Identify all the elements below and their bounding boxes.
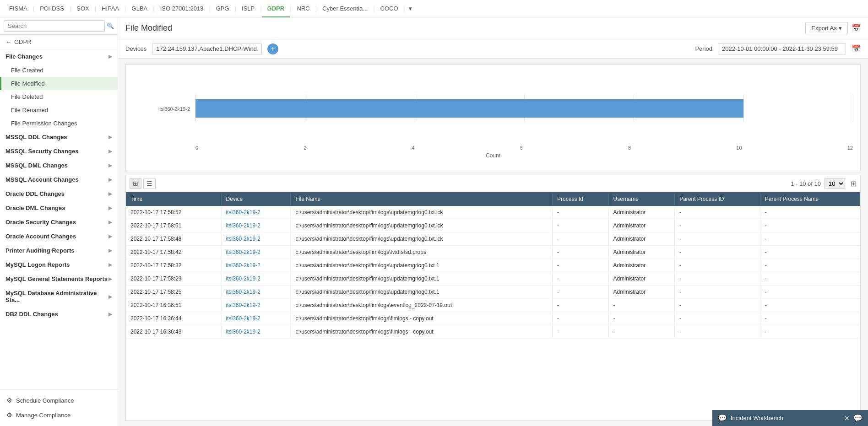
incident-chat-icon: 💬 (718, 414, 727, 422)
content-header: File Modified Export As ▾ 📅 (118, 17, 868, 39)
cell-device[interactable]: itsl360-2k19-2 (221, 232, 291, 246)
section-label: Printer Auditing Reports (5, 247, 74, 254)
sidebar-section-mysql-general[interactable]: MySQL General Statements Reports ▶ (0, 272, 118, 286)
calendar-icon[interactable]: 📅 (852, 24, 861, 32)
chevron-right-icon: ▶ (108, 294, 112, 299)
sidebar-item-file-permission[interactable]: File Permission Changes (0, 117, 118, 130)
table-row: 2022-10-17 17:58:25 itsl360-2k19-2 c:\us… (126, 286, 860, 299)
cell-parentprocessid: - (675, 272, 760, 286)
nav-tab-cyber[interactable]: Cyber Essentia... (317, 0, 373, 17)
sidebar-section-mysql-logon[interactable]: MySQL Logon Reports ▶ (0, 258, 118, 272)
nav-tab-islp[interactable]: ISLP (236, 0, 260, 17)
period-calendar-icon[interactable]: 📅 (852, 44, 861, 53)
gear-icon: ⚙ (6, 397, 12, 404)
table-scroll-wrap[interactable]: Time Device File Name Process Id Usernam… (126, 192, 860, 420)
section-label: Oracle DDL Changes (5, 190, 65, 197)
nav-tab-gdpr[interactable]: GDPR (262, 0, 290, 17)
nav-tab-glba[interactable]: GLBA (126, 0, 153, 17)
cell-parentprocessname: - (760, 206, 860, 219)
sidebar-item-file-deleted[interactable]: File Deleted (0, 90, 118, 103)
chevron-right-icon: ▶ (108, 262, 112, 267)
table-row: 2022-10-17 17:58:42 itsl360-2k19-2 c:\us… (126, 246, 860, 259)
cell-device[interactable]: itsl360-2k19-2 (221, 259, 291, 272)
incident-close-icon[interactable]: ✕ (844, 415, 850, 422)
cell-processid: - (553, 286, 609, 299)
nav-tab-iso[interactable]: ISO 27001:2013 (155, 0, 209, 17)
sidebar-item-file-modified[interactable]: File Modified (0, 77, 118, 90)
x-tick-0: 0 (195, 145, 198, 151)
cell-username: Administrator (608, 246, 675, 259)
sidebar-footer: ⚙ Schedule Compliance ⚙ Manage Complianc… (0, 389, 118, 426)
sidebar-section-mssql-account[interactable]: MSSQL Account Changes ▶ (0, 173, 118, 187)
sidebar-section-mssql-ddl[interactable]: MSSQL DDL Changes ▶ (0, 130, 118, 144)
devices-input[interactable] (152, 43, 262, 54)
grid-view-button[interactable]: ⊞ (130, 178, 141, 189)
nav-tab-sox[interactable]: SOX (71, 0, 94, 17)
sidebar-section-mysql-db[interactable]: MySQL Database Administrative Sta... ▶ (0, 286, 118, 307)
sidebar-section-file-changes[interactable]: File Changes ▶ (0, 49, 118, 64)
x-axis-label: Count (486, 152, 500, 159)
cell-device[interactable]: itsl360-2k19-2 (221, 206, 291, 219)
nav-tab-pcidss[interactable]: PCI-DSS (34, 0, 70, 17)
cell-parentprocessid: - (675, 286, 760, 299)
list-view-button[interactable]: ☰ (143, 178, 156, 189)
nav-tab-nrc[interactable]: NRC (292, 0, 315, 17)
section-label: Oracle Security Changes (5, 219, 76, 226)
cell-device[interactable]: itsl360-2k19-2 (221, 286, 291, 299)
period-input[interactable] (718, 43, 846, 54)
schedule-compliance-item[interactable]: ⚙ Schedule Compliance (0, 393, 118, 408)
sidebar-section-mssql-security[interactable]: MSSQL Security Changes ▶ (0, 144, 118, 158)
top-nav: FISMA | PCI-DSS | SOX | HIPAA | GLBA | I… (0, 0, 868, 17)
cell-parentprocessid: - (675, 312, 760, 325)
nav-tab-gpg[interactable]: GPG (211, 0, 235, 17)
chart-area: itsl360-2k19-2 (125, 64, 861, 171)
sidebar-section-oracle-dml[interactable]: Oracle DML Changes ▶ (0, 201, 118, 215)
cell-processid: - (553, 325, 609, 339)
nav-more-icon[interactable]: ▾ (405, 0, 416, 17)
cell-device[interactable]: itsl360-2k19-2 (221, 299, 291, 312)
cell-time: 2022-10-17 16:36:43 (126, 325, 221, 339)
chevron-right-icon: ▶ (108, 220, 112, 225)
sidebar-section-oracle-security[interactable]: Oracle Security Changes ▶ (0, 215, 118, 229)
sidebar-section-mssql-dml[interactable]: MSSQL DML Changes ▶ (0, 158, 118, 173)
search-input[interactable] (4, 20, 105, 32)
cell-processid: - (553, 246, 609, 259)
cell-processid: - (553, 312, 609, 325)
sidebar-section-printer[interactable]: Printer Auditing Reports ▶ (0, 243, 118, 258)
cell-device[interactable]: itsl360-2k19-2 (221, 325, 291, 339)
nav-tab-fisma[interactable]: FISMA (4, 0, 33, 17)
nav-tab-coco[interactable]: COCO (375, 0, 404, 17)
sidebar-section-oracle-ddl[interactable]: Oracle DDL Changes ▶ (0, 187, 118, 201)
incident-workbench-bar: 💬 Incident Workbench ✕ 💬 (712, 410, 868, 426)
cell-filename: c:\users\administrator\desktop\fim\logs\… (291, 219, 553, 232)
sidebar-section-db2[interactable]: DB2 DDL Changes ▶ (0, 307, 118, 321)
cell-device[interactable]: itsl360-2k19-2 (221, 246, 291, 259)
table-row: 2022-10-17 16:36:51 itsl360-2k19-2 c:\us… (126, 299, 860, 312)
cell-parentprocessid: - (675, 259, 760, 272)
chevron-right-icon: ▶ (108, 135, 112, 140)
col-time: Time (126, 192, 221, 206)
sidebar-item-file-renamed[interactable]: File Renamed (0, 103, 118, 117)
cell-device[interactable]: itsl360-2k19-2 (221, 272, 291, 286)
cell-time: 2022-10-17 17:58:52 (126, 206, 221, 219)
manage-compliance-item[interactable]: ⚙ Manage Compliance (0, 408, 118, 422)
columns-icon[interactable]: ⊞ (851, 179, 857, 188)
nav-tab-hipaa[interactable]: HIPAA (96, 0, 125, 17)
sidebar-item-file-created[interactable]: File Created (0, 64, 118, 77)
sidebar-section-oracle-account[interactable]: Oracle Account Changes ▶ (0, 229, 118, 243)
col-parentprocessname: Parent Process Name (760, 192, 860, 206)
cell-filename: c:\users\administrator\desktop\fim\logs\… (291, 206, 553, 219)
incident-comment-icon[interactable]: 💬 (853, 414, 863, 422)
page-size-select[interactable]: 10 25 50 (825, 178, 845, 189)
x-tick-12: 12 (847, 145, 853, 151)
search-icon[interactable]: 🔍 (107, 22, 114, 29)
sidebar-back-button[interactable]: ← GDPR (0, 35, 118, 49)
cell-filename: c:\users\administrator\desktop\fim\logs\… (291, 312, 553, 325)
cell-parentprocessname: - (760, 325, 860, 339)
chart-y-device-label: itsl360-2k19-2 (158, 106, 190, 112)
chevron-right-icon: ▶ (108, 54, 112, 59)
cell-device[interactable]: itsl360-2k19-2 (221, 219, 291, 232)
cell-device[interactable]: itsl360-2k19-2 (221, 312, 291, 325)
add-filter-button[interactable]: + (267, 43, 278, 54)
export-as-button[interactable]: Export As ▾ (805, 22, 848, 34)
